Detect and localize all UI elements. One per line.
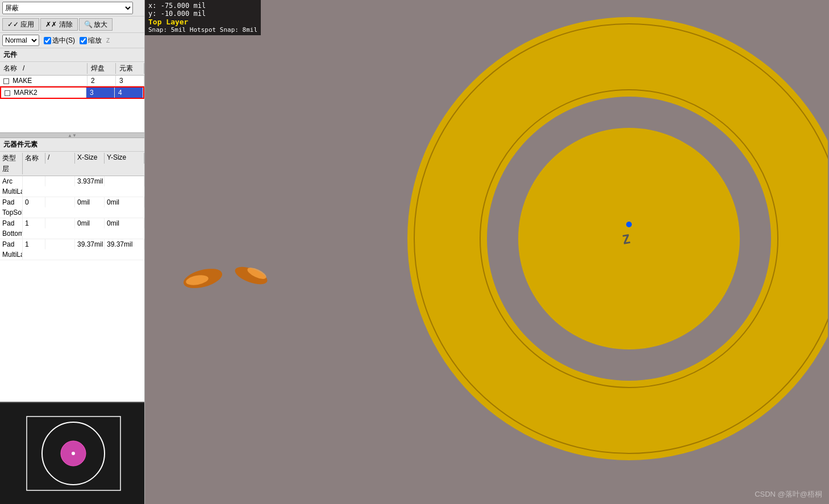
header-elements: 元素 <box>116 63 144 74</box>
mode-row: Normal 选中(S) 缩放 Z <box>0 33 144 48</box>
el-layer-pad1a: BottomSol <box>0 228 23 239</box>
el-name-arc <box>23 176 45 186</box>
component-section-title: 元件 <box>0 48 144 62</box>
component-icon-mark2 <box>5 90 10 96</box>
component-name-make: MAKE <box>0 76 88 86</box>
el-ysize-pad1a: 0mil <box>105 218 144 228</box>
zoom-button[interactable]: 🔍 放大 <box>79 18 113 31</box>
svg-point-15 <box>626 222 632 227</box>
component-list: MAKE 2 3 MARK2 3 4 <box>0 76 144 132</box>
el-layer-arc: MultiLayer <box>0 186 23 197</box>
coord-y: y: -10.000 mil <box>148 10 257 18</box>
component-table-header: 名称 / 焊盘 元素 <box>0 62 144 76</box>
el-type-pad1a: Pad <box>0 218 23 228</box>
selected-checkbox[interactable] <box>44 37 51 44</box>
el-layer-pad0: TopSolder <box>0 207 23 218</box>
canvas-area[interactable]: x: -75.000 mil y: -10.000 mil Top Layer … <box>145 0 829 504</box>
eh-layer: 层 <box>0 164 23 174</box>
splitter-icon: ▲▼ <box>68 133 77 138</box>
component-icon-make <box>3 78 9 84</box>
zoom-check-label[interactable]: 缩放 <box>80 36 102 45</box>
el-type-arc: Arc <box>0 176 23 186</box>
component-elements-make: 3 <box>116 76 144 86</box>
selected-check-label[interactable]: 选中(S) <box>44 36 75 45</box>
watermark: CSDN @落叶@梧桐 <box>755 489 822 499</box>
el-sort-pad1a <box>45 218 75 228</box>
list-item[interactable]: Pad 0 0mil 0mil TopSolder <box>0 197 144 218</box>
el-xsize-pad1b: 39.37mil <box>75 239 105 249</box>
el-name-pad1a: 1 <box>23 218 45 228</box>
component-pads-mark2: 3 <box>86 88 115 98</box>
el-xsize-pad1a: 0mil <box>75 218 105 228</box>
coords-overlay: x: -75.000 mil y: -10.000 mil Top Layer … <box>145 0 261 35</box>
header-name: 名称 / <box>0 63 88 74</box>
component-elements-mark2: 4 <box>115 88 143 98</box>
table-row[interactable]: MAKE 2 3 <box>0 76 144 86</box>
el-type-pad1b: Pad <box>0 239 23 249</box>
el-name-pad0: 0 <box>23 197 45 207</box>
apply-button[interactable]: ✓ ✓ 应用 <box>2 18 39 31</box>
vertical-splitter[interactable]: ▲▼ <box>0 132 144 138</box>
zoom-checkbox[interactable] <box>80 37 87 44</box>
table-row[interactable]: MARK2 3 4 <box>0 86 144 99</box>
eh-name: 名称 <box>23 153 45 164</box>
eh-type: 类型 <box>0 153 23 164</box>
el-type-pad0: Pad <box>0 197 23 207</box>
elements-section-title: 元器件元素 <box>0 138 144 152</box>
el-xsize-pad0: 0mil <box>75 197 105 207</box>
action-buttons-row: ✓ ✓ 应用 ✗ ✗ 清除 🔍 放大 <box>0 16 144 33</box>
elements-table-header: 类型 名称 / X-Size Y-Size 层 <box>0 152 144 176</box>
el-sort-pad1b <box>45 239 75 249</box>
snap-info: Snap: 5mil Hotspot Snap: 8mil <box>148 26 257 34</box>
check-icon: ✓ <box>7 20 13 28</box>
coord-x: x: -75.000 mil <box>148 2 257 10</box>
layer-name: Top Layer <box>148 18 257 26</box>
el-ysize-pad1b: 39.37mil <box>105 239 144 249</box>
left-panel: 屏蔽 ✓ ✓ 应用 ✗ ✗ 清除 🔍 放大 Normal 选中(S) 缩放 Z <box>0 0 145 504</box>
svg-point-4 <box>72 452 75 455</box>
eh-xsize: X-Size <box>75 153 105 164</box>
el-name-pad1b: 1 <box>23 239 45 249</box>
el-xsize-arc: 3.937mil <box>75 176 105 186</box>
filter-toolbar: 屏蔽 <box>0 0 144 16</box>
component-name-mark2: MARK2 <box>1 88 86 98</box>
minimap <box>0 402 144 504</box>
pcb-canvas: Z <box>145 0 829 504</box>
eh-sort: / <box>45 153 75 164</box>
header-pads: 焊盘 <box>88 63 116 74</box>
clear-button[interactable]: ✗ ✗ 清除 <box>40 18 77 31</box>
el-sort-arc <box>45 176 75 186</box>
mode-select[interactable]: Normal <box>2 35 39 46</box>
component-pads-make: 2 <box>88 76 116 86</box>
eh-ysize: Y-Size <box>105 153 144 164</box>
list-item[interactable]: Arc 3.937mil MultiLayer <box>0 176 144 197</box>
el-sort-pad0 <box>45 197 75 207</box>
pcb-svg: Z <box>146 0 828 504</box>
el-ysize-arc <box>105 176 144 186</box>
elements-section: 元器件元素 类型 名称 / X-Size Y-Size 层 Arc 3.937m… <box>0 138 144 402</box>
x-icon: ✗ <box>45 20 51 28</box>
minimap-svg <box>15 408 129 499</box>
elements-list: Arc 3.937mil MultiLayer Pad 0 0mil 0mil … <box>0 176 144 402</box>
list-item[interactable]: Pad 1 39.37mil 39.37mil MultiLayer <box>0 239 144 260</box>
el-ysize-pad0: 0mil <box>105 197 144 207</box>
list-item[interactable]: Pad 1 0mil 0mil BottomSol <box>0 218 144 239</box>
el-layer-pad1b: MultiLayer <box>0 249 23 260</box>
filter-dropdown[interactable]: 屏蔽 <box>2 2 133 14</box>
zoom-icon: 🔍 <box>84 20 93 28</box>
